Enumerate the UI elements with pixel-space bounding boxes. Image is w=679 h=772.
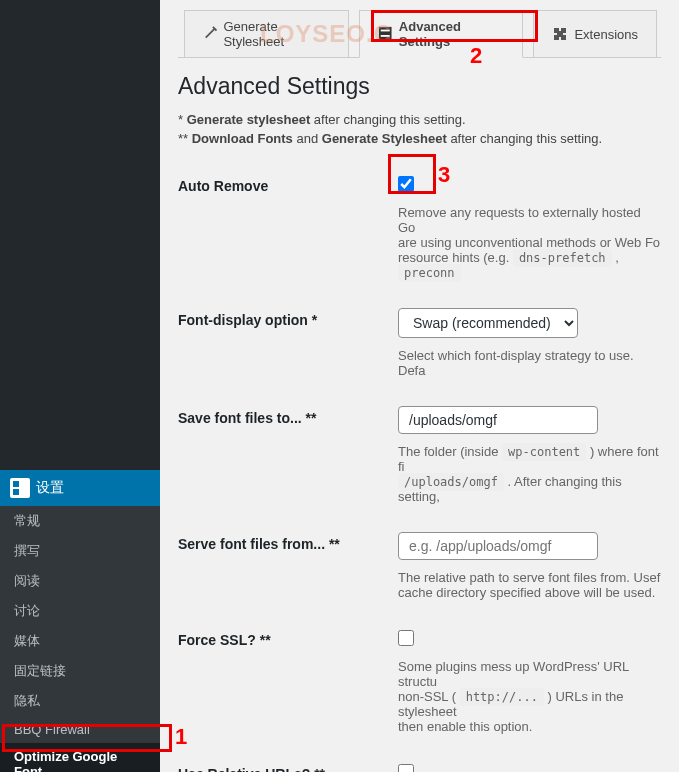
desc-auto-remove: Remove any requests to externally hosted…	[398, 205, 661, 280]
sidebar-item-bbq[interactable]: BBQ Firewall	[0, 716, 160, 743]
tab-label: Generate Stylesheet	[223, 19, 330, 49]
input-save-to[interactable]	[398, 406, 598, 434]
sidebar-item-media[interactable]: 媒体	[0, 626, 160, 656]
desc-force-ssl: Some plugins mess up WordPress' URL stru…	[398, 659, 661, 734]
tab-bar: Generate Stylesheet Advanced Settings Ex…	[178, 10, 661, 58]
label-font-display: Font-display option *	[178, 308, 398, 378]
desc-save-to: The folder (inside wp-content ) where fo…	[398, 444, 661, 504]
label-serve-from: Serve font files from... **	[178, 532, 398, 600]
tab-extensions[interactable]: Extensions	[533, 10, 657, 57]
svg-rect-2	[381, 35, 390, 37]
checkbox-auto-remove[interactable]	[398, 176, 414, 192]
svg-rect-1	[381, 30, 390, 32]
sidebar-submenu: 常规 撰写 阅读 讨论 媒体 固定链接 隐私 BBQ Firewall Opti…	[0, 506, 160, 772]
tab-advanced-settings[interactable]: Advanced Settings	[359, 10, 523, 58]
desc-serve-from: The relative path to serve font files fr…	[398, 570, 661, 600]
admin-sidebar: 设置 常规 撰写 阅读 讨论 媒体 固定链接 隐私 BBQ Firewall O…	[0, 0, 160, 772]
settings-label: 设置	[36, 479, 64, 497]
sidebar-item-reading[interactable]: 阅读	[0, 566, 160, 596]
code-wp: wp-content	[502, 443, 586, 461]
code-http: http://...	[460, 688, 544, 706]
sidebar-item-omgf[interactable]: Optimize Google Font	[0, 743, 160, 772]
tab-generate-stylesheet[interactable]: Generate Stylesheet	[184, 10, 349, 57]
note-1: * Generate stylesheet after changing thi…	[178, 112, 661, 127]
wand-icon	[203, 26, 217, 42]
label-relative: Use Relative URLs? **	[178, 762, 398, 772]
puzzle-icon	[552, 26, 568, 42]
page-title: Advanced Settings	[178, 73, 661, 100]
sidebar-item-permalinks[interactable]: 固定链接	[0, 656, 160, 686]
code-dns: dns-prefetch	[513, 249, 612, 267]
settings-icon	[10, 478, 30, 498]
tab-label: Advanced Settings	[399, 19, 505, 49]
label-save-to: Save font files to... **	[178, 406, 398, 504]
input-serve-from[interactable]	[398, 532, 598, 560]
sliders-icon	[378, 26, 392, 42]
svg-rect-0	[379, 27, 392, 40]
desc-font-display: Select which font-display strategy to us…	[398, 348, 661, 378]
select-font-display[interactable]: Swap (recommended)	[398, 308, 578, 338]
checkbox-force-ssl[interactable]	[398, 630, 414, 646]
sidebar-settings[interactable]: 设置	[0, 470, 160, 506]
tab-label: Extensions	[574, 27, 638, 42]
code-preconn: preconn	[398, 264, 461, 282]
sidebar-item-writing[interactable]: 撰写	[0, 536, 160, 566]
note-2: ** Download Fonts and Generate Styleshee…	[178, 131, 661, 146]
sidebar-item-discussion[interactable]: 讨论	[0, 596, 160, 626]
sidebar-item-privacy[interactable]: 隐私	[0, 686, 160, 716]
label-force-ssl: Force SSL? **	[178, 628, 398, 734]
main-content: Generate Stylesheet Advanced Settings Ex…	[160, 0, 679, 772]
sidebar-item-general[interactable]: 常规	[0, 506, 160, 536]
checkbox-relative[interactable]	[398, 764, 414, 772]
label-auto-remove: Auto Remove	[178, 174, 398, 280]
